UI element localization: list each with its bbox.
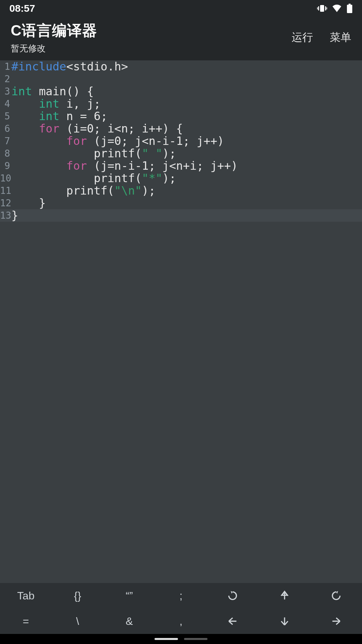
redo-icon — [330, 590, 342, 601]
line-number: 13 — [0, 209, 11, 222]
wifi-icon — [332, 4, 342, 12]
code-line[interactable]: 12 } — [0, 197, 362, 209]
key-arrow-left[interactable] — [207, 608, 258, 634]
run-button[interactable]: 运行 — [292, 30, 313, 45]
code-line[interactable]: 6 for (i=0; i<n; i++) { — [0, 122, 362, 135]
arrow-down-icon — [279, 615, 290, 627]
svg-rect-2 — [325, 6, 326, 10]
line-number: 10 — [0, 172, 11, 184]
line-number: 2 — [0, 73, 11, 85]
code-content[interactable]: printf("\n"); — [11, 184, 156, 197]
line-number: 6 — [0, 122, 11, 135]
code-content[interactable]: #include<stdio.h> — [11, 60, 128, 73]
code-line[interactable]: 13} — [0, 209, 362, 222]
key-ampersand[interactable]: & — [104, 608, 155, 634]
key-equals[interactable]: = — [0, 608, 52, 634]
code-line[interactable]: 4 int i, j; — [0, 98, 362, 110]
app-header: C语言编译器 暂无修改 运行 菜单 — [0, 17, 362, 60]
nav-indicator-secondary — [184, 638, 207, 640]
code-content[interactable]: } — [11, 197, 46, 209]
code-content[interactable]: printf("*"); — [11, 172, 176, 184]
line-number: 4 — [0, 98, 11, 110]
battery-icon — [347, 4, 353, 13]
undo-icon — [227, 590, 238, 601]
line-number: 8 — [0, 147, 11, 160]
code-line[interactable]: 3int main() { — [0, 85, 362, 98]
vibrate-icon — [317, 4, 327, 12]
key-undo[interactable] — [207, 583, 258, 608]
code-line[interactable]: 8 printf(" "); — [0, 147, 362, 160]
code-line[interactable]: 10 printf("*"); — [0, 172, 362, 184]
code-content[interactable]: for (j=n-i-1; j<n+i; j++) — [11, 160, 238, 172]
line-number: 3 — [0, 85, 11, 98]
code-content[interactable]: int main() { — [11, 85, 94, 98]
code-content[interactable]: } — [11, 209, 18, 222]
key-arrow-right[interactable] — [310, 608, 362, 634]
code-line[interactable]: 9 for (j=n-i-1; j<n+i; j++) — [0, 160, 362, 172]
code-content[interactable]: int n = 6; — [11, 110, 108, 122]
line-number: 7 — [0, 135, 11, 147]
key-comma[interactable]: , — [155, 608, 207, 634]
status-time: 08:57 — [9, 3, 35, 14]
key-redo[interactable] — [310, 583, 362, 608]
svg-rect-1 — [318, 6, 319, 10]
line-number: 11 — [0, 184, 11, 197]
nav-indicator — [155, 638, 178, 640]
svg-rect-4 — [326, 7, 327, 9]
code-line[interactable]: 7 for (j=0; j<n-i-1; j++) — [0, 135, 362, 147]
code-line[interactable]: 1#include<stdio.h> — [0, 60, 362, 73]
app-title: C语言编译器 — [11, 21, 97, 41]
key-backslash[interactable]: \ — [52, 608, 103, 634]
svg-rect-0 — [320, 5, 324, 12]
line-number: 1 — [0, 60, 11, 73]
key-tab[interactable]: Tab — [0, 583, 52, 608]
system-navbar — [0, 634, 362, 644]
status-icons — [317, 4, 353, 13]
arrow-right-icon — [330, 615, 342, 627]
svg-rect-5 — [349, 4, 351, 5]
code-line[interactable]: 11 printf("\n"); — [0, 184, 362, 197]
symbol-toolbar: Tab{}“”; =\&, — [0, 583, 362, 634]
code-line[interactable]: 2 — [0, 73, 362, 85]
arrow-up-icon — [279, 590, 290, 601]
app-subtitle: 暂无修改 — [11, 43, 97, 54]
code-line[interactable]: 5 int n = 6; — [0, 110, 362, 122]
key-semicolon[interactable]: ; — [155, 583, 207, 608]
code-content[interactable]: for (i=0; i<n; i++) { — [11, 122, 183, 135]
status-bar: 08:57 — [0, 0, 362, 17]
key-arrow-up[interactable] — [258, 583, 310, 608]
arrow-left-icon — [227, 615, 238, 627]
line-number: 5 — [0, 110, 11, 122]
code-content[interactable]: int i, j; — [11, 98, 101, 110]
line-number: 9 — [0, 160, 11, 172]
line-number: 12 — [0, 197, 11, 209]
key-quotes[interactable]: “” — [104, 583, 155, 608]
svg-rect-6 — [347, 5, 352, 13]
code-editor[interactable]: 1#include<stdio.h>23int main() {4 int i,… — [0, 60, 362, 583]
key-arrow-down[interactable] — [258, 608, 310, 634]
code-content[interactable]: printf(" "); — [11, 147, 176, 160]
menu-button[interactable]: 菜单 — [330, 30, 351, 45]
key-braces[interactable]: {} — [52, 583, 103, 608]
svg-rect-3 — [317, 7, 318, 9]
code-content[interactable]: for (j=0; j<n-i-1; j++) — [11, 135, 224, 147]
